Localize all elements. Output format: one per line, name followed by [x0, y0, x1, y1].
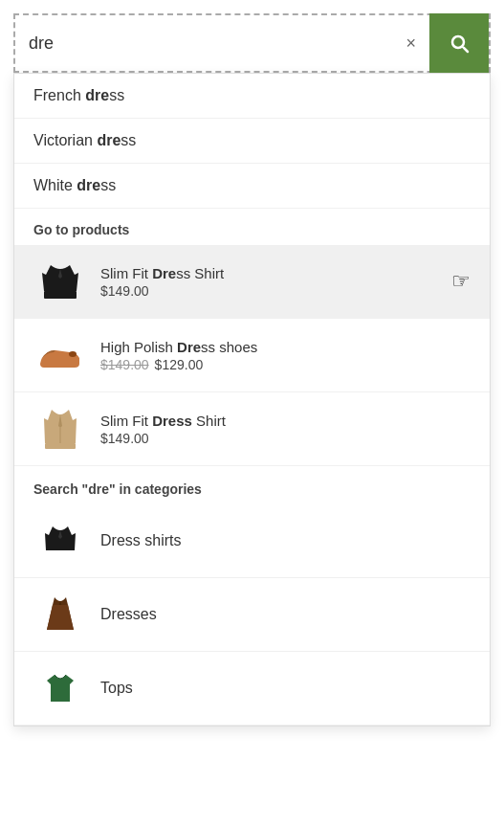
category-image-dress-shirts: [33, 514, 87, 568]
suggestion-white-dress[interactable]: White dress: [14, 164, 490, 209]
product-name-slim-fit-dress-shirt-2: Slim Fit Dress Shirt: [100, 413, 471, 429]
product-image-slim-fit-dress-shirt-2: [33, 402, 87, 456]
product-name-high-polish-dress-shoes: High Polish Dress shoes: [100, 339, 471, 355]
product-image-high-polish-dress-shoes: [33, 328, 87, 382]
search-button[interactable]: [429, 13, 489, 73]
svg-rect-2: [45, 443, 76, 449]
product-info-slim-fit-dress-shirt: Slim Fit Dress Shirt $149.00: [100, 265, 471, 299]
category-name-tops: Tops: [100, 680, 133, 697]
search-input[interactable]: [15, 34, 392, 54]
category-item-dress-shirts[interactable]: Dress shirts: [14, 504, 490, 578]
product-price-slim-fit-dress-shirt-2: $149.00: [100, 431, 471, 446]
product-price-slim-fit-dress-shirt: $149.00: [100, 283, 471, 299]
product-name-slim-fit-dress-shirt: Slim Fit Dress Shirt: [100, 265, 471, 281]
search-bar: ×: [13, 13, 491, 73]
category-image-tops: [33, 661, 87, 715]
category-item-dresses[interactable]: Dresses: [14, 578, 490, 652]
product-info-high-polish-dress-shoes: High Polish Dress shoes $149.00$129.00: [100, 339, 471, 372]
product-item-slim-fit-dress-shirt-2[interactable]: Slim Fit Dress Shirt $149.00: [14, 392, 490, 466]
suggestion-victorian-dress[interactable]: Victorian dress: [14, 119, 490, 164]
svg-point-1: [69, 351, 77, 357]
suggestion-french-dress[interactable]: French dress: [14, 74, 490, 119]
svg-rect-0: [44, 291, 77, 299]
category-name-dresses: Dresses: [100, 606, 157, 623]
search-icon: [448, 32, 471, 55]
category-image-dresses: [33, 588, 87, 641]
category-name-dress-shirts: Dress shirts: [100, 532, 181, 549]
product-item-slim-fit-dress-shirt[interactable]: Slim Fit Dress Shirt $149.00 ☞: [14, 245, 490, 319]
product-price-high-polish-dress-shoes: $149.00$129.00: [100, 357, 471, 372]
search-dropdown: French dress Victorian dress White dress…: [13, 73, 491, 726]
product-info-slim-fit-dress-shirt-2: Slim Fit Dress Shirt $149.00: [100, 413, 471, 446]
category-item-tops[interactable]: Tops: [14, 652, 490, 726]
product-image-slim-fit-dress-shirt: [33, 255, 87, 308]
product-item-high-polish-dress-shoes[interactable]: High Polish Dress shoes $149.00$129.00: [14, 319, 490, 392]
search-in-categories-header: Search "dre" in categories: [14, 466, 490, 504]
go-to-products-header: Go to products: [14, 209, 490, 245]
clear-button[interactable]: ×: [392, 34, 429, 54]
